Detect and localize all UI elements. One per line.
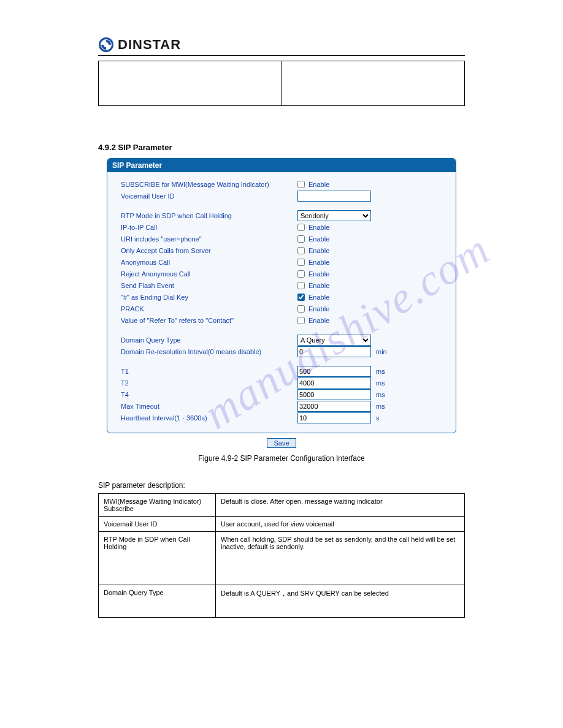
label-uri-userphone: URI includes "user=phone" [121, 235, 297, 243]
checklabel-subscribe-mwi: Enable [308, 181, 329, 188]
checkbox-only-accept[interactable] [297, 247, 305, 254]
row-t1: T1 ms [121, 366, 442, 377]
save-button[interactable]: Save [267, 438, 296, 448]
sip-parameter-panel: SIP Parameter SUBSCRIBE for MWI(Message … [107, 158, 456, 433]
unit-t1: ms [376, 368, 385, 375]
select-domain-query[interactable]: A Query [297, 335, 371, 346]
label-anon-call: Anonymous Call [121, 259, 297, 266]
desc-cell: Domain Query Type [99, 585, 216, 618]
label-t2: T2 [121, 379, 297, 387]
checklabel-refer-contact: Enable [308, 317, 329, 324]
checklabel-prack: Enable [308, 305, 329, 313]
input-t1[interactable] [297, 366, 371, 377]
checkbox-ip-to-ip[interactable] [297, 224, 305, 231]
label-heartbeat: Heartbeat Interval(1 - 3600s) [121, 414, 297, 422]
checkbox-subscribe-mwi[interactable] [297, 181, 305, 188]
row-hash-end: "#" as Ending Dial Key Enable [121, 292, 442, 303]
checkbox-prack[interactable] [297, 305, 305, 313]
brand-icon [98, 37, 114, 53]
label-max-timeout: Max Timeout [121, 403, 297, 410]
input-heartbeat[interactable] [297, 412, 371, 423]
table-row: RTP Mode in SDP when Call Holding When c… [99, 532, 465, 585]
row-domain-query: Domain Query Type A Query [121, 335, 442, 346]
checklabel-send-flash: Enable [308, 282, 329, 289]
label-refer-contact: Value of "Refer To" refers to "Contact" [121, 317, 297, 324]
input-t4[interactable] [297, 389, 371, 400]
label-reject-anon: Reject Anonymous Call [121, 270, 297, 278]
row-domain-reres: Domain Re-resolution Inteval(0 means dis… [121, 346, 442, 357]
select-rtp-mode[interactable]: Sendonly [297, 210, 371, 221]
checklabel-uri-userphone: Enable [308, 235, 329, 243]
unit-t4: ms [376, 391, 385, 398]
unit-max-timeout: ms [376, 403, 385, 410]
table-row: MWI(Message Waiting Indicator) Subscribe… [99, 494, 465, 517]
brand-text: DINSTAR [118, 37, 181, 53]
checkbox-uri-userphone[interactable] [297, 235, 305, 243]
desc-cell: When call holding, SDP should be set as … [216, 532, 465, 585]
row-prack: PRACK Enable [121, 303, 442, 314]
row-send-flash: Send Flash Event Enable [121, 280, 442, 291]
top-table-cell-2 [282, 61, 465, 106]
checklabel-ip-to-ip: Enable [308, 224, 329, 231]
row-t2: T2 ms [121, 377, 442, 389]
checklabel-hash-end: Enable [308, 294, 329, 301]
desc-cell: Default is A QUERY，and SRV QUERY can be … [216, 585, 465, 618]
label-domain-reres: Domain Re-resolution Inteval(0 means dis… [121, 348, 297, 355]
label-rtp-mode: RTP Mode in SDP when Call Holding [121, 212, 297, 219]
label-t4: T4 [121, 391, 297, 398]
desc-cell: User account, used for view voicemail [216, 517, 465, 532]
desc-title: SIP parameter description: [98, 481, 465, 490]
checkbox-refer-contact[interactable] [297, 317, 305, 324]
checklabel-anon-call: Enable [308, 259, 329, 266]
checklabel-only-accept: Enable [308, 247, 329, 254]
brand-logo: DINSTAR [98, 37, 181, 53]
checkbox-send-flash[interactable] [297, 282, 305, 289]
row-subscribe-mwi: SUBSCRIBE for MWI(Message Waiting Indica… [121, 179, 442, 190]
label-voicemail-uid: Voicemail User ID [121, 192, 297, 200]
label-domain-query: Domain Query Type [121, 336, 297, 344]
section-heading: 4.9.2 SIP Parameter [98, 143, 465, 152]
desc-cell: RTP Mode in SDP when Call Holding [99, 532, 216, 585]
label-t1: T1 [121, 368, 297, 375]
figure-caption: Figure 4.9-2 SIP Parameter Configuration… [98, 454, 465, 463]
panel-title: SIP Parameter [107, 159, 456, 172]
row-reject-anon: Reject Anonymous Call Enable [121, 268, 442, 279]
label-prack: PRACK [121, 305, 297, 313]
checklabel-reject-anon: Enable [308, 270, 329, 278]
table-row: Domain Query Type Default is A QUERY，and… [99, 585, 465, 618]
page-header: DINSTAR [98, 37, 465, 56]
row-uri-userphone: URI includes "user=phone" Enable [121, 233, 442, 245]
table-row: Voicemail User ID User account, used for… [99, 517, 465, 532]
input-voicemail-uid[interactable] [297, 191, 371, 202]
unit-t2: ms [376, 379, 385, 387]
checkbox-anon-call[interactable] [297, 259, 305, 266]
row-anon-call: Anonymous Call Enable [121, 257, 442, 268]
checkbox-hash-end[interactable] [297, 294, 305, 301]
desc-cell: MWI(Message Waiting Indicator) Subscribe [99, 494, 216, 517]
top-empty-table [98, 61, 465, 106]
input-max-timeout[interactable] [297, 401, 371, 412]
label-only-accept: Only Accept Calls from Server [121, 247, 297, 254]
checkbox-reject-anon[interactable] [297, 270, 305, 278]
row-only-accept: Only Accept Calls from Server Enable [121, 245, 442, 256]
label-subscribe-mwi: SUBSCRIBE for MWI(Message Waiting Indica… [121, 181, 297, 188]
label-send-flash: Send Flash Event [121, 282, 297, 289]
desc-table: MWI(Message Waiting Indicator) Subscribe… [98, 493, 465, 618]
row-t4: T4 ms [121, 389, 442, 400]
row-max-timeout: Max Timeout ms [121, 401, 442, 412]
row-voicemail-uid: Voicemail User ID [121, 191, 442, 202]
unit-heartbeat: s [376, 414, 380, 422]
unit-domain-reres: min [376, 348, 387, 355]
desc-cell: Default is close. After open, message wa… [216, 494, 465, 517]
desc-cell: Voicemail User ID [99, 517, 216, 532]
row-heartbeat: Heartbeat Interval(1 - 3600s) s [121, 412, 442, 423]
label-hash-end: "#" as Ending Dial Key [121, 294, 297, 301]
row-rtp-mode: RTP Mode in SDP when Call Holding Sendon… [121, 210, 442, 221]
row-ip-to-ip: IP-to-IP Call Enable [121, 222, 442, 233]
top-table-cell-1 [99, 61, 282, 106]
label-ip-to-ip: IP-to-IP Call [121, 224, 297, 231]
row-refer-contact: Value of "Refer To" refers to "Contact" … [121, 315, 442, 326]
input-domain-reres[interactable] [297, 346, 371, 357]
input-t2[interactable] [297, 377, 371, 389]
